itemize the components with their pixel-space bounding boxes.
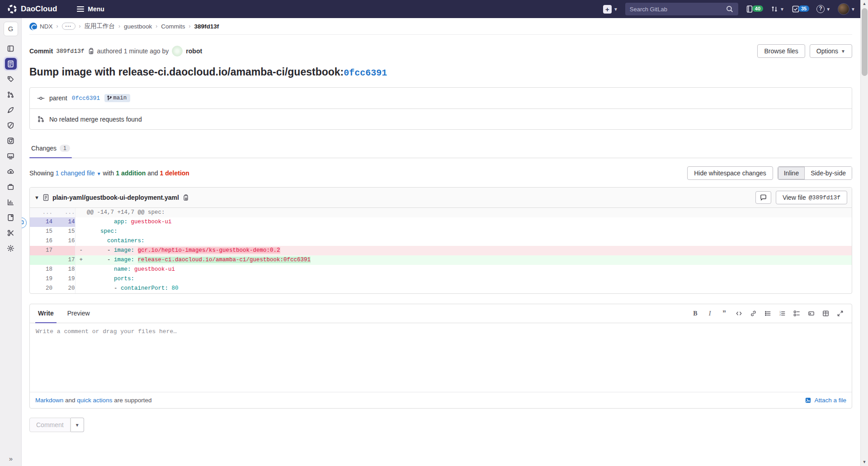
help-menu-button[interactable]: ? ▼ <box>816 5 830 13</box>
new-line-number[interactable]: ... <box>52 208 75 217</box>
old-line-number[interactable]: 19 <box>30 274 52 284</box>
sidebar-item-repository[interactable] <box>0 56 22 71</box>
menu-label: Menu <box>88 5 104 13</box>
commit-sha: 389fd13f <box>56 48 84 55</box>
commit-title-hash-link[interactable]: 0fcc6391 <box>344 68 387 78</box>
author-name[interactable]: robot <box>186 47 202 55</box>
browse-files-button[interactable]: Browse files <box>757 44 805 58</box>
parent-sha-link[interactable]: 0fcc6391 <box>72 95 100 102</box>
new-line-number[interactable]: 14 <box>52 217 75 227</box>
project-avatar[interactable]: G <box>4 22 18 36</box>
toggle-comments-button[interactable] <box>755 191 771 204</box>
sidebar-item-snippets[interactable] <box>0 225 22 240</box>
user-menu-button[interactable]: ▼ <box>838 3 855 15</box>
old-line-number[interactable]: 14 <box>30 217 52 227</box>
breadcrumb-item-1[interactable]: ··· <box>62 23 75 30</box>
sidebar-item-ci-cd[interactable] <box>0 102 22 118</box>
collapse-file-chevron-icon[interactable]: ▼ <box>34 195 39 200</box>
fullscreen-button[interactable] <box>834 308 846 320</box>
side-by-side-view-button[interactable]: Side-by-side <box>805 167 852 179</box>
daocloud-logo[interactable]: DaoCloud <box>7 4 57 14</box>
new-line-number[interactable]: 15 <box>52 227 75 236</box>
markdown-link[interactable]: Markdown <box>35 397 63 404</box>
search-input[interactable]: Search GitLab <box>625 3 738 15</box>
new-line-number[interactable]: 17 <box>52 255 75 265</box>
sidebar-item-wiki[interactable] <box>0 210 22 225</box>
numbered-list-button[interactable]: 12 <box>776 308 788 320</box>
link-button[interactable] <box>747 308 760 320</box>
new-menu-button[interactable]: + ▼ <box>603 5 618 14</box>
new-line-number[interactable]: 16 <box>52 236 75 246</box>
code-button[interactable] <box>732 308 745 320</box>
new-line-number[interactable]: 18 <box>52 265 75 274</box>
old-line-number[interactable]: 16 <box>30 236 52 246</box>
old-line-number[interactable]: 17 <box>30 246 52 255</box>
breadcrumb-item-4[interactable]: Commits <box>161 23 185 30</box>
sidebar-item-project-information[interactable] <box>0 41 22 56</box>
sidebar-item-security[interactable] <box>0 118 22 133</box>
scroll-down-arrow[interactable]: ▼ <box>861 458 868 466</box>
sidebar-item-infrastructure[interactable] <box>0 164 22 179</box>
sidebar-item-merge-requests[interactable] <box>0 87 22 102</box>
quick-actions-link[interactable]: quick actions <box>77 397 112 404</box>
comment-textarea[interactable] <box>31 324 851 391</box>
tab-preview[interactable]: Preview <box>65 304 93 323</box>
breadcrumb-item-2[interactable]: 应用工作台 <box>85 22 115 30</box>
tab-write[interactable]: Write <box>35 304 57 323</box>
copy-sha-icon[interactable] <box>88 47 94 55</box>
copy-file-path-icon[interactable] <box>182 194 189 201</box>
user-avatar <box>838 3 849 15</box>
hide-whitespace-button[interactable]: Hide whitespace changes <box>687 166 773 180</box>
attach-file-button[interactable]: Attach a file <box>805 397 846 404</box>
comment-button[interactable]: Comment <box>29 418 71 432</box>
old-line-number[interactable]: 18 <box>30 265 52 274</box>
options-button[interactable]: Options ▼ <box>810 44 852 58</box>
new-line-number[interactable] <box>52 246 75 255</box>
bullet-list-button[interactable] <box>761 308 774 320</box>
sidebar-item-monitor[interactable] <box>0 148 22 164</box>
table-button[interactable] <box>819 308 832 320</box>
old-line-number[interactable]: ... <box>30 208 52 217</box>
author-avatar[interactable] <box>172 46 183 56</box>
sidebar-item-packages[interactable] <box>0 179 22 194</box>
issues-shortcut-button[interactable]: 40 <box>745 5 763 13</box>
menu-button[interactable]: Menu <box>77 5 104 13</box>
scrollbar-thumb[interactable] <box>862 8 868 76</box>
task-list-button[interactable] <box>790 308 803 320</box>
comment-type-dropdown[interactable]: ▼ <box>71 418 84 432</box>
changes-tab-label: Changes <box>31 145 57 152</box>
old-line-number[interactable] <box>30 255 52 265</box>
breadcrumb-item-3[interactable]: guestbook <box>124 23 152 30</box>
breadcrumb-item-5[interactable]: 389fd13f <box>194 23 219 30</box>
new-line-number[interactable]: 20 <box>52 284 75 293</box>
italic-button[interactable]: I <box>703 308 716 320</box>
branch-badge[interactable]: main <box>104 94 130 102</box>
inline-view-button[interactable]: Inline <box>778 167 805 179</box>
sidebar-item-settings[interactable] <box>0 240 22 256</box>
old-line-number[interactable]: 20 <box>30 284 52 293</box>
no-related-mr-text: No related merge requests found <box>49 116 142 123</box>
scroll-up-arrow[interactable]: ▲ <box>861 0 868 8</box>
tab-changes[interactable]: Changes 1 <box>29 140 72 158</box>
sidebar-item-releases[interactable] <box>0 133 22 148</box>
page-scrollbar[interactable]: ▲ ▼ <box>860 0 868 466</box>
new-line-number[interactable]: 19 <box>52 274 75 284</box>
diff-code-line: - containerPort: 80 <box>87 284 852 293</box>
view-file-button[interactable]: View file @389fd13f <box>776 191 847 204</box>
merge-requests-shortcut-button[interactable]: ▼ <box>770 5 784 13</box>
quote-button[interactable]: ” <box>718 308 731 320</box>
old-line-number[interactable]: 15 <box>30 227 52 236</box>
todos-shortcut-button[interactable]: 35 <box>792 5 809 13</box>
sidebar-item-issues[interactable] <box>0 71 22 87</box>
bold-button[interactable]: B <box>689 308 702 320</box>
changed-files-dropdown[interactable]: 1 changed file ▼ <box>56 169 101 177</box>
collapsible-section-button[interactable] <box>805 308 817 320</box>
breadcrumb: NDX›···›应用工作台›guestbook›Commits›389fd13f <box>29 18 852 35</box>
sidebar-item-analytics[interactable] <box>0 194 22 210</box>
sidebar-expand-button[interactable]: » <box>0 455 22 462</box>
breadcrumb-separator: › <box>118 23 120 29</box>
file-path[interactable]: plain-yaml/guestbook-ui-deployment.yaml <box>52 194 179 201</box>
breadcrumb-item-0[interactable]: NDX <box>29 23 53 30</box>
parent-row: parent 0fcc6391 main <box>30 88 852 108</box>
diff-row: 2020 - containerPort: 80 <box>30 284 852 293</box>
